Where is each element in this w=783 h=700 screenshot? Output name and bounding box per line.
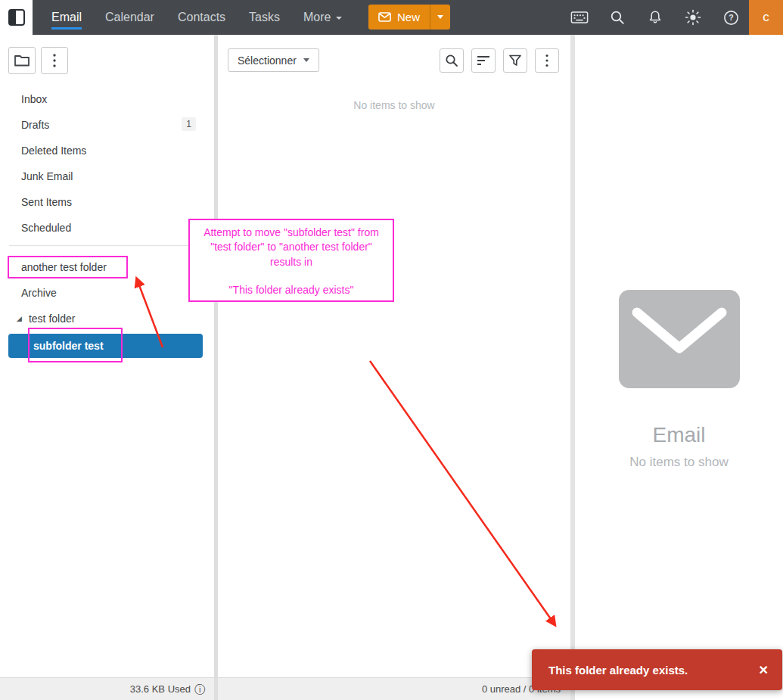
folder-deleted-items[interactable]: Deleted Items <box>0 138 214 163</box>
reading-pane-title: Email <box>652 423 705 447</box>
select-dropdown-button[interactable]: Sélectionner <box>228 48 319 72</box>
new-button-main[interactable]: New <box>368 5 430 30</box>
new-dropdown-button[interactable] <box>430 5 450 30</box>
search-icon <box>444 53 459 68</box>
tab-calendar-label: Calendar <box>105 11 154 24</box>
unread-badge: 1 <box>182 117 196 131</box>
tree-expand-icon[interactable]: ◢ <box>17 315 22 322</box>
folder-another-test-folder[interactable]: another test folder <box>0 254 214 280</box>
new-button[interactable]: New <box>368 5 450 30</box>
tab-more[interactable]: More <box>303 0 342 35</box>
sidebar-toggle-icon <box>8 9 25 26</box>
folder-label: subfolder test <box>33 340 104 352</box>
error-toast: This folder already exists. ✕ <box>532 649 782 690</box>
chevron-down-icon <box>303 58 309 62</box>
sidebar-divider <box>9 245 205 246</box>
folder-drafts[interactable]: Drafts1 <box>0 112 214 138</box>
help-icon: ? <box>722 9 740 26</box>
folder-label: Inbox <box>21 93 47 105</box>
sort-icon <box>476 54 491 67</box>
toast-close-button[interactable]: ✕ <box>759 663 782 677</box>
new-folder-button[interactable] <box>8 47 36 74</box>
folder-list: Inbox Drafts1 Deleted Items Junk Email S… <box>0 86 214 358</box>
top-bar: Email Calendar Contacts Tasks More New <box>0 0 783 35</box>
tab-tasks[interactable]: Tasks <box>249 0 280 35</box>
search-icon <box>609 9 626 26</box>
folder-scheduled[interactable]: Scheduled <box>0 215 214 241</box>
new-button-label: New <box>397 11 420 23</box>
kebab-menu-icon <box>52 53 57 68</box>
tab-more-label: More <box>303 11 331 24</box>
storage-footer: 33.6 KB Used ⓘ <box>0 677 214 700</box>
tab-contacts-label: Contacts <box>178 11 225 24</box>
keyboard-shortcuts-button[interactable] <box>570 8 589 26</box>
folder-label: Scheduled <box>21 222 71 234</box>
chevron-down-icon <box>437 15 443 19</box>
folder-sidebar: Inbox Drafts1 Deleted Items Junk Email S… <box>0 35 214 700</box>
notifications-button[interactable] <box>646 8 664 26</box>
list-empty-text: No items to show <box>218 99 570 111</box>
list-toolbar-icons <box>440 48 559 73</box>
folder-options-button[interactable] <box>41 47 68 74</box>
storage-used-text: 33.6 KB Used <box>130 683 191 695</box>
toast-message: This folder already exists. <box>532 664 688 677</box>
folder-label: Deleted Items <box>21 145 86 157</box>
app-window: Email Calendar Contacts Tasks More New <box>0 0 783 700</box>
tab-tasks-label: Tasks <box>249 11 280 24</box>
folder-archive[interactable]: Archive <box>0 280 214 306</box>
brightness-icon <box>684 8 702 26</box>
folder-label: another test folder <box>21 261 107 273</box>
folder-test-folder[interactable]: ◢test folder <box>0 306 214 331</box>
folder-label: Sent Items <box>21 196 72 208</box>
folder-label: test folder <box>29 313 75 325</box>
folder-subfolder-test-selected[interactable]: subfolder test <box>8 334 203 358</box>
message-list-pane: Sélectionner No items to show 0 unread /… <box>218 35 570 700</box>
folder-label: Archive <box>21 287 57 299</box>
folder-label: Drafts <box>21 119 49 131</box>
filter-button[interactable] <box>503 48 527 73</box>
folder-inbox[interactable]: Inbox <box>0 86 214 112</box>
theme-button[interactable] <box>684 8 702 26</box>
sort-button[interactable] <box>471 48 496 73</box>
sidebar-toolbar <box>8 47 68 74</box>
reading-pane-empty-text: No items to show <box>629 455 728 470</box>
list-more-button[interactable] <box>535 48 559 73</box>
kebab-menu-icon <box>545 54 549 67</box>
filter-icon <box>508 54 522 67</box>
avatar[interactable]: c <box>749 0 783 35</box>
collapse-panel-button[interactable] <box>0 0 33 35</box>
info-icon[interactable]: ⓘ <box>194 684 205 695</box>
avatar-initial: c <box>763 10 769 25</box>
svg-text:?: ? <box>729 13 733 22</box>
top-bar-icons: ? <box>570 0 740 35</box>
list-search-button[interactable] <box>440 48 464 73</box>
tab-email[interactable]: Email <box>51 0 82 35</box>
keyboard-icon <box>570 10 589 25</box>
email-placeholder-icon <box>619 290 740 388</box>
chevron-down-icon <box>336 17 342 20</box>
app-tabs: Email Calendar Contacts Tasks More <box>51 0 342 35</box>
annotation-line2: "This folder already exists" <box>194 283 388 297</box>
reading-pane: Email No items to show <box>575 35 783 700</box>
help-button[interactable]: ? <box>722 8 740 26</box>
tab-contacts[interactable]: Contacts <box>178 0 225 35</box>
tab-email-label: Email <box>51 11 82 24</box>
folder-sent-items[interactable]: Sent Items <box>0 189 214 215</box>
search-button[interactable] <box>608 8 626 26</box>
tab-calendar[interactable]: Calendar <box>105 0 154 35</box>
folder-junk-email[interactable]: Junk Email <box>0 163 214 189</box>
list-status-footer: 0 unread / 0 items <box>218 677 570 700</box>
select-dropdown-label: Sélectionner <box>238 54 297 67</box>
folder-label: Junk Email <box>21 170 73 182</box>
annotation-line1: Attempt to move "subfolder test" from "t… <box>194 226 388 269</box>
envelope-icon <box>378 12 391 22</box>
folder-icon <box>14 54 30 67</box>
annotation-note: Attempt to move "subfolder test" from "t… <box>188 219 394 302</box>
bell-icon <box>647 9 663 26</box>
